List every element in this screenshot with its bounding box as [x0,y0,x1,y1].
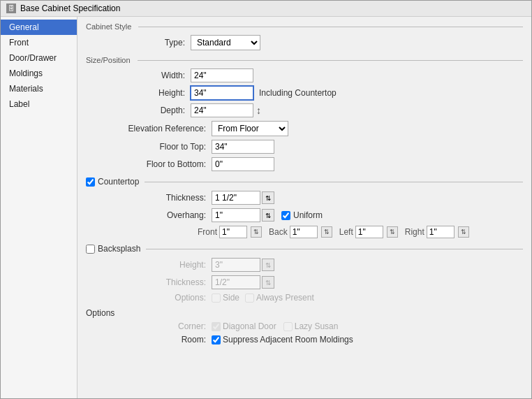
title-bar: 🗄 Base Cabinet Specification [1,1,531,17]
thickness-label: Thickness: [100,193,212,203]
depth-input[interactable] [191,103,253,117]
height-note: Including Countertop [259,88,337,98]
sidebar-item-general[interactable]: General [1,20,77,35]
sidebar: GeneralFrontDoor/DrawerMoldingsMaterials… [1,17,77,398]
main-window: 🗄 Base Cabinet Specification GeneralFron… [0,0,532,399]
back-spin-icon[interactable]: ⇅ [321,226,332,238]
sidebar-item-front[interactable]: Front [1,35,77,50]
backsplash-header: Backsplash [86,244,523,254]
bs-thickness-spin-icon[interactable]: ⇅ [262,276,274,289]
width-input[interactable] [191,68,253,82]
width-row: Width: [86,68,523,82]
countertop-header: Countertop [86,177,523,187]
width-label: Width: [100,71,191,80]
back-label: Back [269,227,288,237]
cabinet-style-header: Cabinet Style [86,22,523,31]
window-icon: 🗄 [6,3,16,13]
always-present-checkbox[interactable] [245,293,254,303]
diagonal-door-label: Diagonal Door [223,321,276,331]
floor-bottom-row: Floor to Bottom: [86,157,523,171]
type-row: Type: Standard [86,35,523,50]
suppress-checkbox[interactable] [212,335,221,344]
front-field: Front ⇅ [198,226,262,238]
left-spin-icon[interactable]: ⇅ [387,226,398,238]
left-input[interactable] [355,226,383,238]
backsplash-checkbox[interactable] [86,245,95,254]
front-spin-icon[interactable]: ⇅ [251,226,262,238]
thickness-spin: ⇅ [212,191,274,205]
depth-row: Depth: ↕ [86,103,523,117]
sidebar-item-materials[interactable]: Materials [1,81,77,96]
side-checkbox[interactable] [212,293,221,303]
corner-label: Corner: [100,321,212,331]
diagonal-door-checkbox[interactable] [212,322,221,331]
floor-top-label: Floor to Top: [100,142,212,152]
thickness-spin-icon[interactable]: ⇅ [262,191,274,204]
bs-height-label: Height: [100,260,212,270]
lazy-susan-label: Lazy Susan [295,321,339,331]
elevation-label: Elevation Reference: [100,124,212,133]
size-position-section: Size/Position Width: Height: Including C… [86,56,523,171]
room-label: Room: [100,335,212,344]
size-position-title: Size/Position [86,56,135,64]
backsplash-label: Backsplash [98,244,143,254]
room-row: Room: Suppress Adjacent Room Moldings [86,335,523,344]
options-title: Options [86,308,523,318]
right-label: Right [405,227,424,237]
height-input[interactable] [191,86,253,100]
cabinet-style-line [138,27,523,27]
height-row: Height: Including Countertop [86,86,523,100]
always-present-label: Always Present [256,293,314,303]
countertop-label: Countertop [98,177,142,187]
bs-thickness-spin: ⇅ [212,275,274,289]
sidebar-item-moldings[interactable]: Moldings [1,66,77,81]
back-input[interactable] [290,226,318,238]
bs-thickness-input[interactable] [212,275,260,289]
backsplash-line [146,249,523,249]
content-area: GeneralFrontDoor/DrawerMoldingsMaterials… [1,17,531,398]
corner-row: Corner: Diagonal Door Lazy Susan [86,321,523,331]
side-label: Side [223,293,239,303]
height-label: Height: [100,88,191,98]
right-input[interactable] [427,226,455,238]
uniform-checkbox[interactable] [281,211,290,220]
type-select[interactable]: Standard [191,35,260,50]
size-position-line [138,60,523,61]
overhang-input[interactable] [212,208,260,222]
bs-height-spin-icon[interactable]: ⇅ [262,259,274,271]
depth-label: Depth: [100,106,191,115]
bs-options-label: Options: [100,293,212,303]
thickness-input[interactable] [212,191,260,205]
bs-thickness-row: Thickness: ⇅ [86,275,523,289]
options-section: Options Corner: Diagonal Door Lazy Susan… [86,308,523,344]
countertop-section: Countertop Thickness: ⇅ Overhang: ⇅ [86,177,523,238]
countertop-checkbox[interactable] [86,177,95,187]
elevation-row: Elevation Reference: From Floor [86,121,523,136]
floor-top-row: Floor to Top: [86,140,523,154]
left-label: Left [339,227,353,237]
front-input[interactable] [219,226,247,238]
window-title: Base Cabinet Specification [20,3,120,13]
lazy-susan-checkbox[interactable] [283,322,293,331]
thickness-row: Thickness: ⇅ [86,191,523,205]
bs-height-spin: ⇅ [212,258,274,272]
floor-top-input[interactable] [212,140,274,154]
cabinet-style-title: Cabinet Style [86,22,135,31]
cabinet-style-section: Cabinet Style Type: Standard [86,22,523,50]
uniform-label: Uniform [293,210,323,220]
floor-bottom-input[interactable] [212,157,274,171]
main-panel: Cabinet Style Type: Standard Size/Positi… [77,17,531,398]
bs-height-input[interactable] [212,258,260,272]
back-field: Back ⇅ [269,226,332,238]
elevation-select[interactable]: From Floor [212,121,288,136]
right-spin-icon[interactable]: ⇅ [458,226,469,238]
backsplash-section: Backsplash Height: ⇅ Thickness: ⇅ [86,244,523,303]
left-field: Left ⇅ [339,226,398,238]
sidebar-item-door-drawer[interactable]: Door/Drawer [1,50,77,66]
overhang-sub-row: Front ⇅ Back ⇅ Left ⇅ R [86,226,523,238]
overhang-spin-icon[interactable]: ⇅ [262,209,274,222]
size-position-header: Size/Position [86,56,523,64]
overhang-label: Overhang: [100,210,212,220]
right-field: Right ⇅ [405,226,469,238]
sidebar-item-label[interactable]: Label [1,96,77,112]
